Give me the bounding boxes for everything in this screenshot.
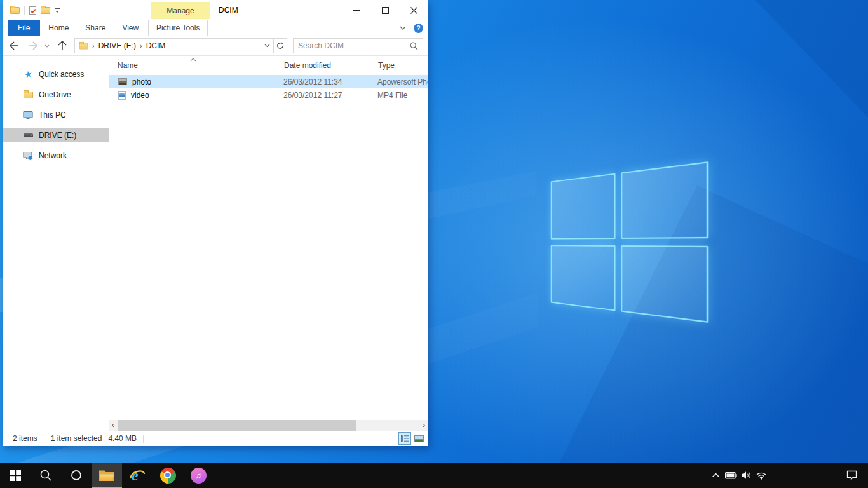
start-button[interactable]: [0, 463, 31, 488]
scrollbar-track[interactable]: [118, 420, 419, 431]
quick-access-toolbar: [3, 6, 65, 15]
separator: [65, 6, 65, 15]
refresh-icon: [276, 42, 284, 50]
file-explorer-window: Manage DCIM File Home Share View Picture…: [3, 0, 428, 446]
breadcrumb-dcim[interactable]: DCIM: [146, 41, 166, 50]
horizontal-scrollbar[interactable]: ‹ ›: [109, 420, 428, 431]
separator: [44, 435, 44, 443]
ribbon-right-buttons: [400, 20, 423, 36]
breadcrumb-separator: ›: [139, 42, 143, 50]
taskbar-search-button[interactable]: [31, 463, 61, 488]
tab-view[interactable]: View: [114, 20, 147, 36]
taskbar-file-explorer-button[interactable]: [92, 463, 122, 488]
column-headers: Name Date modified Type: [109, 56, 428, 75]
scroll-left-arrow-icon[interactable]: ‹: [109, 420, 118, 431]
itunes-icon: [191, 468, 207, 484]
maximize-icon: [382, 7, 389, 14]
battery-tray-button[interactable]: [723, 463, 738, 488]
file-name-cell: video: [109, 91, 278, 100]
contextual-tab-group-label: Manage: [151, 2, 210, 19]
close-button[interactable]: [400, 0, 428, 20]
sidebar-item-label: This PC: [39, 111, 66, 119]
sidebar-item-network[interactable]: Network: [3, 149, 109, 163]
scrollbar-thumb[interactable]: [118, 420, 356, 431]
details-view-button[interactable]: [398, 432, 411, 445]
expand-ribbon-chevron-icon[interactable]: [400, 26, 406, 30]
back-arrow-icon: [9, 41, 19, 50]
file-type-cell: MP4 File: [372, 91, 428, 100]
photo-thumbnail-icon: [118, 78, 127, 85]
tab-share[interactable]: Share: [77, 20, 114, 36]
internet-explorer-icon: e: [128, 466, 146, 484]
file-date-cell: 26/03/2012 11:27: [278, 91, 372, 100]
file-row-photo[interactable]: photo 26/03/2012 11:34 Apowersoft Pho: [109, 75, 428, 88]
volume-tray-button[interactable]: [738, 463, 754, 488]
video-file-icon: [118, 91, 126, 100]
customize-quick-access-button[interactable]: [55, 8, 60, 13]
speaker-icon: [741, 471, 752, 480]
desktop: Manage DCIM File Home Share View Picture…: [0, 0, 868, 488]
address-dropdown-chevron-icon[interactable]: [264, 44, 270, 48]
status-bar: 2 items 1 item selected 4.40 MB: [3, 431, 428, 446]
scroll-right-arrow-icon[interactable]: ›: [419, 420, 428, 431]
onedrive-folder-icon: [23, 90, 33, 100]
file-rows: photo 26/03/2012 11:34 Apowersoft Pho vi…: [109, 75, 428, 420]
column-header-date-modified[interactable]: Date modified: [278, 59, 372, 72]
large-icons-view-icon: [414, 435, 424, 442]
sidebar-item-quick-access[interactable]: Quick access: [3, 67, 109, 81]
window-title: DCIM: [219, 0, 238, 20]
windows-logo-pane: [621, 245, 709, 323]
file-name-cell: photo: [109, 78, 278, 86]
itunes-button[interactable]: [183, 463, 214, 488]
new-folder-button[interactable]: [41, 7, 50, 14]
forward-arrow-icon: [28, 41, 38, 50]
tab-home[interactable]: Home: [40, 20, 77, 36]
large-icons-view-button[interactable]: [412, 432, 425, 445]
magnifier-icon[interactable]: [410, 42, 418, 50]
items-count: 2 items: [13, 434, 37, 443]
file-row-video[interactable]: video 26/03/2012 11:27 MP4 File: [109, 88, 428, 102]
sidebar-item-onedrive[interactable]: OneDrive: [3, 88, 109, 102]
sidebar-item-label: Quick access: [39, 70, 84, 79]
search-input[interactable]: [298, 41, 410, 50]
maximize-button[interactable]: [371, 0, 400, 20]
action-center-button[interactable]: [836, 463, 867, 488]
back-button[interactable]: [3, 36, 25, 56]
refresh-button[interactable]: [274, 38, 287, 53]
close-icon: [410, 7, 417, 14]
file-type-cell: Apowersoft Pho: [372, 78, 428, 86]
title-bar[interactable]: Manage DCIM: [3, 0, 428, 20]
quick-access-star-icon: [23, 69, 33, 79]
recent-locations-button[interactable]: [41, 36, 53, 56]
up-button[interactable]: [53, 36, 72, 56]
folder-icon: [79, 43, 88, 49]
tab-file[interactable]: File: [8, 20, 40, 36]
sidebar-item-label: DRIVE (E:): [39, 131, 76, 140]
windows-logo-pane: [551, 173, 616, 240]
sidebar-item-this-pc[interactable]: This PC: [3, 108, 109, 122]
minimize-button[interactable]: [342, 0, 371, 20]
forward-button[interactable]: [25, 36, 41, 56]
show-hidden-icons-button[interactable]: [708, 463, 723, 488]
view-toggles: [398, 432, 425, 445]
sidebar-item-drive-e[interactable]: DRIVE (E:): [3, 128, 109, 142]
chrome-button[interactable]: [153, 463, 183, 488]
address-bar[interactable]: › DRIVE (E:) › DCIM: [74, 38, 274, 53]
separator: [143, 435, 144, 443]
search-icon: [39, 469, 52, 482]
windows-start-icon: [10, 470, 21, 481]
windows-logo-pane: [621, 161, 709, 239]
details-view-icon: [401, 435, 409, 442]
search-box[interactable]: [293, 38, 423, 53]
cortana-button[interactable]: [61, 463, 92, 488]
column-header-type[interactable]: Type: [372, 59, 428, 72]
tab-picture-tools[interactable]: Picture Tools: [148, 20, 208, 36]
window-controls: [342, 0, 428, 20]
file-date-cell: 26/03/2012 11:34: [278, 78, 372, 86]
wifi-tray-button[interactable]: [754, 463, 769, 488]
internet-explorer-button[interactable]: e: [122, 463, 153, 488]
breadcrumb-drive[interactable]: DRIVE (E:): [98, 41, 136, 50]
sort-ascending-icon: [190, 55, 196, 64]
properties-button[interactable]: [29, 6, 36, 15]
help-icon[interactable]: [414, 24, 423, 33]
